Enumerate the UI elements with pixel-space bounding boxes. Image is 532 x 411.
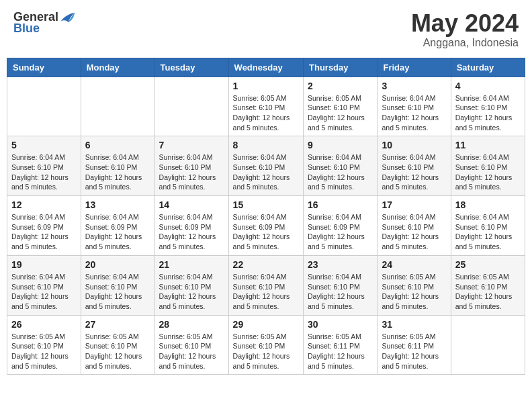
calendar-cell: 22Sunrise: 6:04 AM Sunset: 6:10 PM Dayli… (228, 255, 303, 315)
day-number: 17 (382, 199, 446, 210)
calendar-cell: 11Sunrise: 6:04 AM Sunset: 6:10 PM Dayli… (451, 136, 525, 196)
day-info: Sunrise: 6:04 AM Sunset: 6:10 PM Dayligh… (455, 93, 521, 133)
calendar-cell: 24Sunrise: 6:05 AM Sunset: 6:10 PM Dayli… (378, 255, 451, 315)
calendar-cell: 30Sunrise: 6:05 AM Sunset: 6:11 PM Dayli… (304, 315, 378, 375)
day-info: Sunrise: 6:05 AM Sunset: 6:10 PM Dayligh… (233, 332, 299, 371)
calendar-cell: 26Sunrise: 6:05 AM Sunset: 6:10 PM Dayli… (7, 315, 81, 375)
calendar-week-row: 5Sunrise: 6:04 AM Sunset: 6:10 PM Daylig… (7, 136, 525, 196)
calendar-cell: 25Sunrise: 6:05 AM Sunset: 6:10 PM Dayli… (451, 255, 525, 315)
calendar-cell (154, 77, 228, 136)
day-info: Sunrise: 6:05 AM Sunset: 6:10 PM Dayligh… (159, 332, 224, 371)
calendar-cell: 1Sunrise: 6:05 AM Sunset: 6:10 PM Daylig… (228, 77, 303, 136)
day-number: 2 (308, 81, 373, 91)
calendar-cell: 12Sunrise: 6:04 AM Sunset: 6:09 PM Dayli… (7, 196, 81, 256)
calendar-cell: 14Sunrise: 6:04 AM Sunset: 6:09 PM Dayli… (154, 196, 228, 256)
day-number: 14 (159, 199, 224, 210)
day-info: Sunrise: 6:04 AM Sunset: 6:09 PM Dayligh… (85, 212, 150, 252)
calendar-cell: 13Sunrise: 6:04 AM Sunset: 6:09 PM Dayli… (81, 196, 154, 256)
weekday-header: Tuesday (154, 58, 228, 77)
weekday-header: Saturday (451, 58, 525, 77)
day-number: 22 (233, 259, 299, 270)
weekday-header: Wednesday (228, 58, 303, 77)
day-info: Sunrise: 6:04 AM Sunset: 6:09 PM Dayligh… (11, 212, 77, 252)
day-info: Sunrise: 6:04 AM Sunset: 6:10 PM Dayligh… (233, 152, 299, 192)
calendar-cell: 10Sunrise: 6:04 AM Sunset: 6:10 PM Dayli… (378, 136, 451, 196)
day-number: 13 (85, 199, 150, 210)
calendar-cell: 28Sunrise: 6:05 AM Sunset: 6:10 PM Dayli… (154, 315, 228, 375)
logo-text-blue: Blue (13, 21, 40, 36)
day-info: Sunrise: 6:05 AM Sunset: 6:10 PM Dayligh… (308, 93, 373, 133)
calendar-cell (451, 315, 525, 375)
calendar-cell: 8Sunrise: 6:04 AM Sunset: 6:10 PM Daylig… (228, 136, 303, 196)
calendar-week-row: 19Sunrise: 6:04 AM Sunset: 6:10 PM Dayli… (7, 255, 525, 315)
calendar-cell: 21Sunrise: 6:04 AM Sunset: 6:10 PM Dayli… (154, 255, 228, 315)
day-info: Sunrise: 6:05 AM Sunset: 6:10 PM Dayligh… (11, 332, 77, 371)
calendar-cell: 23Sunrise: 6:04 AM Sunset: 6:10 PM Dayli… (304, 255, 378, 315)
month-title: May 2024 (411, 10, 519, 37)
day-info: Sunrise: 6:05 AM Sunset: 6:10 PM Dayligh… (233, 93, 299, 133)
day-number: 12 (11, 199, 77, 210)
calendar-cell: 29Sunrise: 6:05 AM Sunset: 6:10 PM Dayli… (228, 315, 303, 375)
day-info: Sunrise: 6:04 AM Sunset: 6:10 PM Dayligh… (455, 152, 521, 192)
calendar-cell: 9Sunrise: 6:04 AM Sunset: 6:10 PM Daylig… (304, 136, 378, 196)
title-area: May 2024 Anggana, Indonesia (411, 10, 519, 49)
page-header: General Blue May 2024 Anggana, Indonesia (7, 7, 525, 52)
calendar-cell: 5Sunrise: 6:04 AM Sunset: 6:10 PM Daylig… (7, 136, 81, 196)
day-number: 15 (233, 199, 299, 210)
day-number: 31 (382, 319, 446, 330)
day-info: Sunrise: 6:05 AM Sunset: 6:10 PM Dayligh… (455, 272, 521, 312)
calendar-cell: 31Sunrise: 6:05 AM Sunset: 6:11 PM Dayli… (378, 315, 451, 375)
day-number: 25 (455, 259, 521, 270)
day-info: Sunrise: 6:04 AM Sunset: 6:10 PM Dayligh… (85, 152, 150, 192)
day-info: Sunrise: 6:04 AM Sunset: 6:10 PM Dayligh… (308, 272, 373, 312)
weekday-header: Monday (81, 58, 154, 77)
calendar-cell: 16Sunrise: 6:04 AM Sunset: 6:09 PM Dayli… (304, 196, 378, 256)
day-number: 6 (85, 140, 150, 150)
day-info: Sunrise: 6:04 AM Sunset: 6:10 PM Dayligh… (455, 212, 521, 252)
day-number: 7 (159, 140, 224, 150)
day-info: Sunrise: 6:04 AM Sunset: 6:10 PM Dayligh… (11, 272, 77, 312)
day-number: 8 (233, 140, 299, 150)
day-number: 21 (159, 259, 224, 270)
day-number: 26 (11, 319, 77, 330)
weekday-header: Thursday (304, 58, 378, 77)
calendar-cell: 19Sunrise: 6:04 AM Sunset: 6:10 PM Dayli… (7, 255, 81, 315)
weekday-header: Friday (378, 58, 451, 77)
day-number: 3 (382, 81, 446, 91)
calendar-cell: 3Sunrise: 6:04 AM Sunset: 6:10 PM Daylig… (378, 77, 451, 136)
day-info: Sunrise: 6:04 AM Sunset: 6:10 PM Dayligh… (159, 272, 224, 312)
day-number: 16 (308, 199, 373, 210)
day-number: 28 (159, 319, 224, 330)
weekday-header: Sunday (7, 58, 81, 77)
day-number: 18 (455, 199, 521, 210)
day-number: 24 (382, 259, 446, 270)
day-info: Sunrise: 6:04 AM Sunset: 6:09 PM Dayligh… (159, 212, 224, 252)
calendar-cell: 27Sunrise: 6:05 AM Sunset: 6:10 PM Dayli… (81, 315, 154, 375)
day-number: 19 (11, 259, 77, 270)
day-number: 29 (233, 319, 299, 330)
calendar-cell: 15Sunrise: 6:04 AM Sunset: 6:09 PM Dayli… (228, 196, 303, 256)
day-info: Sunrise: 6:05 AM Sunset: 6:11 PM Dayligh… (308, 332, 373, 371)
day-number: 5 (11, 140, 77, 150)
calendar-cell: 18Sunrise: 6:04 AM Sunset: 6:10 PM Dayli… (451, 196, 525, 256)
calendar-week-row: 1Sunrise: 6:05 AM Sunset: 6:10 PM Daylig… (7, 77, 525, 136)
calendar-week-row: 26Sunrise: 6:05 AM Sunset: 6:10 PM Dayli… (7, 315, 525, 375)
day-info: Sunrise: 6:04 AM Sunset: 6:09 PM Dayligh… (233, 212, 299, 252)
day-info: Sunrise: 6:04 AM Sunset: 6:10 PM Dayligh… (85, 272, 150, 312)
calendar-table: SundayMondayTuesdayWednesdayThursdayFrid… (7, 58, 525, 375)
calendar-cell: 20Sunrise: 6:04 AM Sunset: 6:10 PM Dayli… (81, 255, 154, 315)
day-info: Sunrise: 6:04 AM Sunset: 6:10 PM Dayligh… (382, 212, 446, 252)
day-number: 4 (455, 81, 521, 91)
day-number: 30 (308, 319, 373, 330)
day-info: Sunrise: 6:05 AM Sunset: 6:10 PM Dayligh… (382, 272, 446, 312)
weekday-header-row: SundayMondayTuesdayWednesdayThursdayFrid… (7, 58, 525, 77)
day-number: 10 (382, 140, 446, 150)
day-info: Sunrise: 6:04 AM Sunset: 6:10 PM Dayligh… (308, 152, 373, 192)
logo: General Blue (13, 10, 76, 36)
day-info: Sunrise: 6:05 AM Sunset: 6:11 PM Dayligh… (382, 332, 446, 371)
calendar-cell (7, 77, 81, 136)
calendar-cell: 7Sunrise: 6:04 AM Sunset: 6:10 PM Daylig… (154, 136, 228, 196)
day-info: Sunrise: 6:04 AM Sunset: 6:09 PM Dayligh… (308, 212, 373, 252)
day-number: 9 (308, 140, 373, 150)
calendar-cell: 6Sunrise: 6:04 AM Sunset: 6:10 PM Daylig… (81, 136, 154, 196)
